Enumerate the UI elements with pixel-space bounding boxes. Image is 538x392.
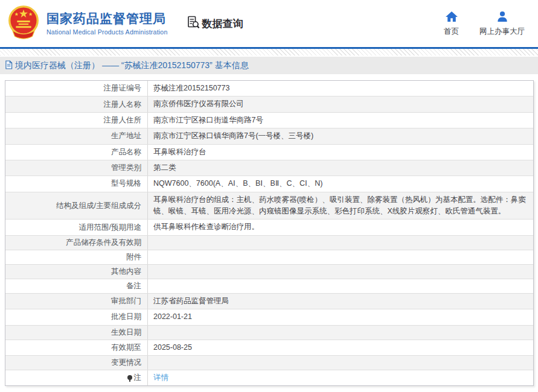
table-row: 生产地址南京市江宁区禄口镇华商路7号(一号楼、三号楼) — [5, 128, 533, 144]
table-row: 批准日期2022-01-21 — [5, 309, 533, 324]
row-label: 变更情况 — [5, 356, 148, 370]
row-value: 第二类 — [148, 160, 533, 175]
row-label: 附件 — [5, 250, 148, 264]
row-label: 生效日期 — [5, 326, 148, 340]
row-value: 供耳鼻喉科作检查诊断治疗用。 — [148, 220, 533, 235]
table-row: 注详情 — [5, 370, 533, 385]
brand-text: 国家药品监督管理局 National Medical Products Admi… — [46, 11, 168, 35]
nav-home-label: 首页 — [444, 27, 459, 37]
row-label: 管理类别 — [5, 160, 148, 175]
row-label-text: 型号规格 — [111, 179, 141, 189]
row-label-text: 其他内容 — [111, 267, 141, 277]
row-value-text: 江苏省药品监督管理局 — [153, 296, 229, 307]
table-row: 型号规格NQW7600、7600(A、AⅠ、B、BⅠ、BⅡ、C、CⅠ、N) — [5, 175, 533, 191]
table-row: 审批部门江苏省药品监督管理局 — [5, 293, 533, 309]
row-label-text: 管理类别 — [111, 163, 141, 173]
row-label-text: 附件 — [126, 252, 141, 262]
row-label: 产品储存条件及有效期 — [5, 236, 148, 250]
row-value: 2025-08-25 — [148, 340, 533, 355]
row-label: 注册人名称 — [5, 96, 148, 112]
table-row: 适用范围/预期用途供耳鼻喉科作检查诊断治疗用。 — [5, 219, 533, 235]
table-row: 备注 — [5, 279, 533, 293]
nmpa-logo[interactable]: 国家药品监督管理局 National Medical Products Admi… — [5, 4, 168, 43]
row-value: 苏械注准20152150773 — [148, 81, 533, 96]
row-value — [148, 356, 533, 370]
row-label: 生产地址 — [5, 128, 148, 144]
site-subtitle: National Medical Products Administration — [46, 28, 168, 36]
row-value — [148, 236, 533, 250]
row-label: 审批部门 — [5, 294, 148, 309]
table-row: 注册证编号苏械注准20152150773 — [5, 81, 533, 96]
row-value-text: 南京侨伟医疗仪器有限公司 — [153, 98, 244, 110]
row-label: 注册人住所 — [5, 113, 148, 128]
breadcrumb: 境内医疗器械（注册） —— “苏械注准20152150773” 基本信息 — [5, 60, 249, 71]
table-row: 管理类别第二类 — [5, 160, 533, 175]
breadcrumb-text: 境内医疗器械（注册） —— “苏械注准20152150773” 基本信息 — [15, 60, 249, 71]
row-value — [148, 265, 533, 279]
row-value — [148, 250, 533, 264]
row-value-text: 耳鼻喉科治疗台的组成：主机、药水喷雾器(喷枪）、吸引装置、除雾装置（热风机）为基… — [153, 194, 527, 218]
user-icon — [496, 11, 509, 24]
row-label: 适用范围/预期用途 — [5, 220, 148, 235]
table-row: 注册人名称南京侨伟医疗仪器有限公司 — [5, 96, 533, 112]
row-value: 2022-01-21 — [148, 309, 533, 324]
row-label-text: 适用范围/预期用途 — [79, 223, 141, 233]
row-label-text: 注册人住所 — [104, 115, 142, 125]
row-value-text: 耳鼻喉科治疗台 — [153, 147, 207, 158]
page-header: 国家药品监督管理局 National Medical Products Admi… — [0, 0, 538, 47]
row-label-text: 批准日期 — [111, 312, 141, 322]
row-value: 南京市江宁区禄口街道华商路7号 — [148, 113, 533, 128]
nav-home[interactable]: 首页 — [444, 11, 459, 37]
row-value-text: 供耳鼻喉科作检查诊断治疗用。 — [153, 221, 259, 233]
row-value-text: 2022-01-21 — [153, 311, 192, 323]
row-label-text: 注册证编号 — [104, 83, 142, 93]
document-search-icon — [186, 15, 200, 33]
row-label-text: 生效日期 — [111, 327, 141, 338]
table-row: 产品储存条件及有效期 — [5, 235, 533, 250]
breadcrumb-bar: 境内医疗器械（注册） —— “苏械注准20152150773” 基本信息 — [0, 57, 538, 74]
row-value: 详情 — [148, 370, 533, 385]
table-row: 结构及组成/主要组成成分耳鼻喉科治疗台的组成：主机、药水喷雾器(喷枪）、吸引装置… — [5, 192, 533, 220]
row-value: 耳鼻喉科治疗台的组成：主机、药水喷雾器(喷枪）、吸引装置、除雾装置（热风机）为基… — [148, 192, 533, 220]
document-page-icon — [5, 60, 13, 71]
table-row: 变更情况 — [5, 355, 533, 370]
row-label: 型号规格 — [5, 176, 148, 191]
row-value: 江苏省药品监督管理局 — [148, 294, 533, 309]
row-label-text: 产品名称 — [111, 147, 141, 157]
row-label-text: 变更情况 — [111, 358, 141, 368]
row-value-text: 2025-08-25 — [153, 342, 192, 353]
row-label-text: 有效期至 — [111, 343, 141, 353]
table-row: 生效日期 — [5, 325, 533, 340]
home-icon — [445, 11, 458, 24]
row-label: 结构及组成/主要组成成分 — [5, 192, 148, 220]
row-label: 其他内容 — [5, 265, 148, 279]
row-label-text: 注册人名称 — [104, 100, 142, 110]
details-link[interactable]: 详情 — [153, 372, 168, 384]
table-row: 其他内容 — [5, 264, 533, 279]
row-value-text: 南京市江宁区禄口街道华商路7号 — [153, 115, 263, 126]
table-row: 附件 — [5, 250, 533, 264]
row-value-text: 苏械注准20152150773 — [153, 83, 229, 94]
row-label-text: 生产地址 — [111, 131, 141, 141]
row-value: NQW7600、7600(A、AⅠ、B、BⅠ、BⅡ、C、CⅠ、N) — [148, 176, 533, 191]
row-value-text: 南京市江宁区禄口镇华商路7号(一号楼、三号楼) — [153, 130, 313, 142]
row-label: 注 — [5, 370, 148, 385]
row-value-text: NQW7600、7600(A、AⅠ、B、BⅠ、BⅡ、C、CⅠ、N) — [153, 178, 322, 189]
info-table: 注册证编号苏械注准20152150773注册人名称南京侨伟医疗仪器有限公司注册人… — [5, 80, 534, 386]
table-row: 产品名称耳鼻喉科治疗台 — [5, 144, 533, 160]
row-label: 批准日期 — [5, 309, 148, 324]
row-value: 南京侨伟医疗仪器有限公司 — [148, 96, 533, 112]
nav-online-hall[interactable]: 网上办事大厅 — [479, 11, 525, 37]
table-row: 有效期至2025-08-25 — [5, 340, 533, 355]
row-value: 耳鼻喉科治疗台 — [148, 145, 533, 160]
row-value — [148, 326, 533, 340]
row-label: 产品名称 — [5, 145, 148, 160]
data-query-nav[interactable]: 数据查询 — [186, 15, 243, 33]
row-label-text: 注 — [134, 373, 142, 383]
row-label-text: 结构及组成/主要组成成分 — [56, 201, 141, 211]
table-row: 注册人住所南京市江宁区禄口街道华商路7号 — [5, 112, 533, 128]
site-title: 国家药品监督管理局 — [46, 11, 168, 25]
row-label-text: 产品储存条件及有效期 — [66, 238, 141, 248]
national-emblem-icon — [5, 4, 42, 43]
row-label-text: 备注 — [126, 281, 141, 291]
